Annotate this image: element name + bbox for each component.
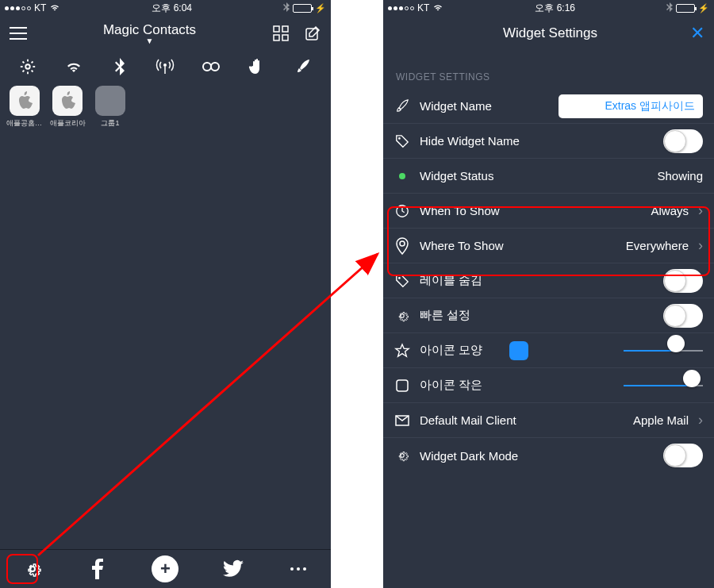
apple-logo-icon bbox=[10, 86, 40, 116]
icon-size-slider[interactable] bbox=[624, 378, 703, 394]
screenshot-left: KT 오후 6:04 ⚡ Magic Contacts ▼ bbox=[0, 0, 331, 588]
settings-gear-icon[interactable] bbox=[18, 57, 37, 76]
app-item[interactable]: 애플코리아 bbox=[49, 86, 86, 129]
row-label: 레이블 숨김 bbox=[420, 273, 654, 288]
wifi-icon bbox=[49, 2, 60, 13]
star-icon bbox=[394, 343, 410, 359]
row-where-to-show[interactable]: Where To Show Everywhere › bbox=[383, 229, 714, 263]
svg-point-15 bbox=[398, 277, 401, 279]
row-widget-name[interactable]: Widget Name Extras 앱피사이드 bbox=[383, 89, 714, 124]
hotspot-icon[interactable] bbox=[202, 57, 221, 76]
row-label: When To Show bbox=[420, 204, 641, 217]
location-pin-icon bbox=[394, 238, 410, 254]
square-icon bbox=[394, 378, 410, 394]
carrier-label: KT bbox=[34, 2, 46, 13]
charging-icon: ⚡ bbox=[315, 3, 326, 13]
row-label: Default Mail Client bbox=[420, 413, 624, 427]
status-bar: KT 오후 6:04 ⚡ bbox=[0, 0, 331, 16]
svg-rect-0 bbox=[274, 26, 279, 32]
rocket-icon[interactable] bbox=[294, 57, 313, 76]
compose-icon[interactable] bbox=[304, 25, 321, 42]
app-grid: 애플공홈 주… 애플코리아 그룹1 bbox=[0, 83, 331, 132]
row-hide-widget-name: Hide Widget Name bbox=[383, 124, 714, 159]
blank-group-icon bbox=[95, 86, 125, 116]
widget-name-input[interactable]: Extras 앱피사이드 bbox=[559, 94, 704, 118]
row-value: Apple Mail bbox=[633, 413, 689, 427]
apple-logo-icon bbox=[52, 86, 83, 116]
icon-shape-slider[interactable] bbox=[624, 343, 703, 359]
battery-icon bbox=[676, 4, 695, 13]
row-label: 빠른 설정 bbox=[420, 308, 654, 323]
app-label: 애플공홈 주… bbox=[6, 118, 43, 129]
tab-bar: + bbox=[0, 549, 331, 588]
toggle-dark-mode[interactable] bbox=[663, 444, 703, 467]
status-dot-icon bbox=[394, 168, 410, 184]
gear-icon bbox=[394, 308, 410, 324]
row-hide-label: 레이블 숨김 bbox=[383, 263, 714, 298]
settings-tab-icon[interactable] bbox=[22, 559, 43, 579]
clock-label: 오후 6:04 bbox=[152, 2, 192, 15]
toggle-hide-name[interactable] bbox=[663, 129, 703, 153]
row-value: Always bbox=[651, 204, 689, 217]
battery-icon bbox=[293, 4, 312, 13]
row-mail-client[interactable]: Default Mail Client Apple Mail › bbox=[383, 403, 714, 438]
widget-toolbar bbox=[0, 51, 331, 83]
menu-icon[interactable] bbox=[10, 25, 27, 42]
close-icon[interactable]: ✕ bbox=[690, 23, 704, 44]
color-swatch[interactable] bbox=[509, 341, 528, 360]
svg-rect-3 bbox=[282, 35, 288, 40]
svg-point-5 bbox=[25, 64, 30, 69]
app-item[interactable]: 애플공홈 주… bbox=[6, 86, 43, 129]
svg-point-10 bbox=[290, 567, 294, 571]
nav-title: Magic Contacts bbox=[27, 22, 272, 38]
rocket-icon bbox=[394, 98, 410, 114]
toggle-hide-label[interactable] bbox=[663, 269, 703, 293]
bluetooth-toggle-icon[interactable] bbox=[110, 57, 129, 76]
row-icon-small: 아이콘 작은 bbox=[383, 368, 714, 403]
carrier-label: KT bbox=[417, 2, 429, 13]
twitter-icon[interactable] bbox=[223, 559, 244, 579]
nav-bar: Widget Settings ✕ bbox=[383, 16, 714, 51]
cellular-icon[interactable] bbox=[155, 57, 175, 76]
svg-point-8 bbox=[211, 63, 219, 71]
tag-icon bbox=[394, 273, 410, 289]
row-dark-mode: Widget Dark Mode bbox=[383, 438, 714, 473]
row-value: Everywhere bbox=[626, 239, 689, 252]
chevron-right-icon: › bbox=[698, 237, 703, 254]
row-label: Widget Status bbox=[420, 169, 647, 183]
signal-dots-icon bbox=[5, 6, 31, 10]
status-bar: KT 오후 6:16 ⚡ bbox=[383, 0, 714, 16]
app-item[interactable]: 그룹1 bbox=[92, 86, 129, 129]
signal-dots-icon bbox=[388, 6, 414, 10]
grid-icon[interactable] bbox=[272, 25, 290, 42]
mail-icon bbox=[394, 413, 410, 429]
svg-point-13 bbox=[398, 137, 401, 140]
section-header: WIDGET SETTINGS bbox=[383, 51, 714, 89]
row-when-to-show[interactable]: When To Show Always › bbox=[383, 194, 714, 229]
hand-icon[interactable] bbox=[248, 57, 267, 76]
clock-icon bbox=[394, 203, 410, 219]
gear-icon bbox=[394, 448, 410, 463]
more-icon[interactable] bbox=[288, 559, 309, 579]
row-widget-status: Widget Status Showing bbox=[383, 159, 714, 194]
toggle-quick[interactable] bbox=[663, 304, 703, 328]
tag-icon bbox=[394, 133, 410, 149]
app-label: 애플코리아 bbox=[49, 118, 86, 129]
nav-title: Widget Settings bbox=[410, 25, 690, 41]
screenshot-right: KT 오후 6:16 ⚡ Widget Settings ✕ WIDGET SE… bbox=[383, 0, 714, 588]
row-value: Showing bbox=[657, 169, 703, 183]
app-label: 그룹1 bbox=[92, 118, 129, 129]
svg-rect-17 bbox=[397, 380, 408, 391]
nav-title-button[interactable]: Magic Contacts ▼ bbox=[27, 22, 272, 45]
bluetooth-icon bbox=[283, 2, 290, 14]
row-label: Where To Show bbox=[420, 239, 616, 252]
nav-bar: Magic Contacts ▼ bbox=[0, 16, 331, 51]
add-button[interactable]: + bbox=[152, 555, 178, 582]
svg-point-11 bbox=[297, 567, 300, 571]
wifi-toggle-icon[interactable] bbox=[64, 57, 83, 76]
bluetooth-icon bbox=[666, 2, 673, 14]
clock-label: 오후 6:16 bbox=[535, 2, 575, 15]
row-icon-shape: 아이콘 모양 bbox=[383, 333, 714, 368]
facebook-icon[interactable] bbox=[87, 559, 108, 579]
chevron-down-icon: ▼ bbox=[27, 37, 272, 45]
